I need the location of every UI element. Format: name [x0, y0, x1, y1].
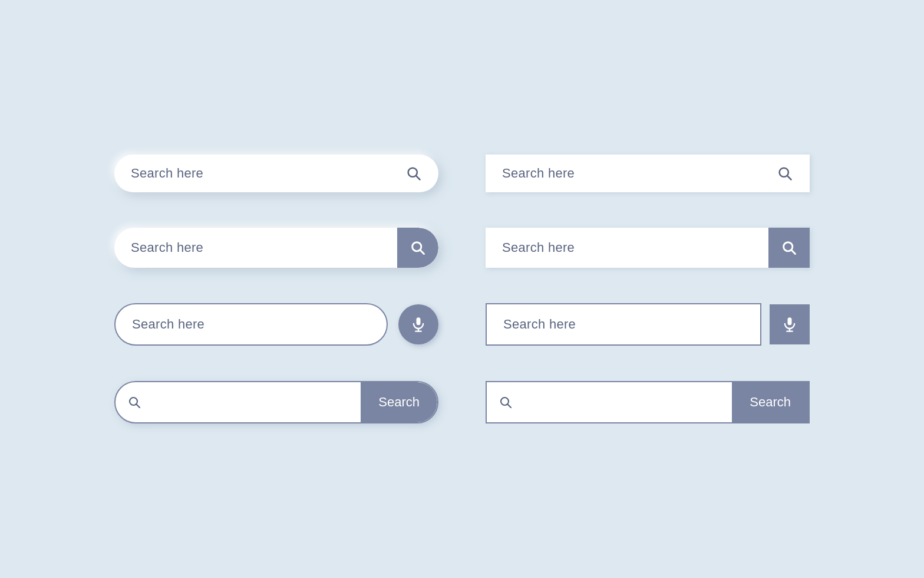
- search-outline-pill-3l[interactable]: Search here: [114, 303, 388, 346]
- svg-rect-8: [417, 317, 421, 325]
- search-icon-2r: [781, 239, 797, 256]
- svg-line-5: [420, 250, 424, 254]
- search-button-label-4r: Search: [750, 395, 791, 410]
- search-icon-1r: [777, 165, 793, 182]
- search-outline-rect-3r[interactable]: Search here: [486, 303, 761, 346]
- search-button-2r[interactable]: [768, 228, 810, 268]
- svg-line-7: [791, 250, 795, 254]
- search-icon-4l: [127, 395, 141, 409]
- search-placeholder-3r: Search here: [503, 317, 576, 332]
- svg-line-15: [137, 405, 140, 408]
- search-input-area-2l: Search here: [114, 228, 397, 268]
- search-text-button-4r[interactable]: Search: [732, 382, 808, 422]
- search-bar-grid: Search here Search here Search here Sear…: [79, 119, 845, 459]
- search-icon-1l: [405, 165, 422, 182]
- search-icon-4r: [499, 395, 513, 409]
- search-bar-3-left: Search here: [114, 303, 438, 346]
- search-bar-3-right: Search here: [486, 303, 810, 346]
- search-bar-1-right[interactable]: Search here: [486, 155, 810, 192]
- search-button-2l[interactable]: [397, 228, 438, 268]
- mic-icon-3l: [410, 316, 427, 333]
- search-input-area-2r: Search here: [486, 228, 768, 268]
- search-input-area-4l: [116, 382, 361, 422]
- mic-icon-3r: [781, 316, 798, 333]
- search-icon-2l: [410, 239, 426, 256]
- svg-line-3: [787, 176, 791, 179]
- search-placeholder-1r: Search here: [502, 166, 575, 181]
- svg-rect-11: [788, 317, 792, 325]
- search-bar-2-right[interactable]: Search here: [486, 228, 810, 268]
- search-bar-4-left[interactable]: Search: [114, 381, 438, 423]
- svg-line-1: [416, 176, 420, 179]
- mic-button-3r[interactable]: [770, 304, 810, 344]
- search-bar-4-right[interactable]: Search: [486, 381, 810, 423]
- mic-button-3l[interactable]: [398, 304, 438, 344]
- search-placeholder-2r: Search here: [502, 240, 575, 255]
- search-placeholder-1l: Search here: [131, 166, 203, 181]
- search-placeholder-3l: Search here: [132, 317, 204, 332]
- search-placeholder-2l: Search here: [131, 240, 203, 255]
- search-input-area-4r: [487, 382, 732, 422]
- search-button-label-4l: Search: [378, 395, 420, 410]
- search-bar-1-left[interactable]: Search here: [114, 155, 438, 192]
- search-bar-2-left[interactable]: Search here: [114, 228, 438, 268]
- search-text-button-4l[interactable]: Search: [361, 382, 437, 422]
- svg-line-17: [508, 405, 512, 408]
